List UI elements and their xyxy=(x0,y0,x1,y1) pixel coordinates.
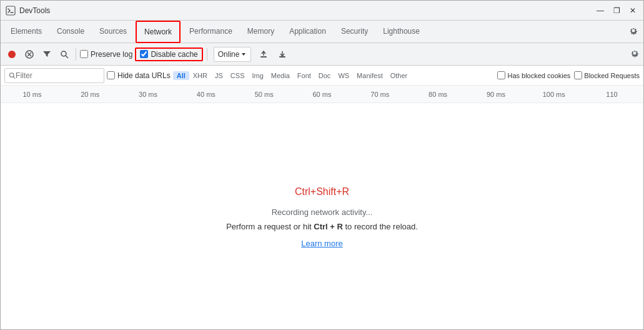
filter-btn-css[interactable]: CSS xyxy=(227,71,249,80)
hide-data-urls-label: Hide data URLs xyxy=(117,71,171,80)
maximize-button[interactable]: ❐ xyxy=(611,5,622,16)
learn-more-link[interactable]: Learn more xyxy=(301,239,342,248)
har-buttons xyxy=(256,47,290,62)
tab-performance-label: Performance xyxy=(189,27,232,36)
title-bar: DevTools — ❐ ✕ xyxy=(1,1,643,21)
preserve-log-checkbox[interactable]: Preserve log xyxy=(80,50,132,59)
svg-rect-9 xyxy=(279,56,285,58)
nav-tabs: Elements Console Sources Network Perform… xyxy=(1,21,643,43)
devtools-icon xyxy=(6,6,16,16)
has-blocked-cookies-checkbox[interactable]: Has blocked cookies xyxy=(497,71,570,79)
tab-sources-label: Sources xyxy=(99,27,127,36)
tab-lighthouse-label: Lighthouse xyxy=(383,27,420,36)
filter-bar: Hide data URLs All XHR JS CSS Img Media … xyxy=(1,66,643,86)
filter-button[interactable] xyxy=(39,47,54,62)
tab-performance[interactable]: Performance xyxy=(182,21,240,43)
tab-memory[interactable]: Memory xyxy=(240,21,282,43)
import-har-button[interactable] xyxy=(256,47,271,62)
tab-network[interactable]: Network xyxy=(136,21,181,43)
filter-btn-media[interactable]: Media xyxy=(267,71,294,80)
tab-lighthouse[interactable]: Lighthouse xyxy=(375,21,427,43)
filter-btn-other[interactable]: Other xyxy=(387,71,412,80)
tab-sources[interactable]: Sources xyxy=(92,21,134,43)
disable-cache-checkbox[interactable]: Disable cache xyxy=(135,48,202,61)
filter-btn-img[interactable]: Img xyxy=(248,71,267,80)
filter-btn-manifest[interactable]: Manifest xyxy=(353,71,387,80)
disable-cache-input[interactable] xyxy=(140,50,148,58)
throttle-select[interactable]: Online xyxy=(214,47,252,62)
filter-search-icon xyxy=(9,72,16,79)
tab-application-label: Application xyxy=(289,27,326,36)
ruler-tick-90ms: 90 ms xyxy=(467,91,525,98)
hide-data-urls-input[interactable] xyxy=(107,71,115,79)
has-blocked-cookies-input[interactable] xyxy=(497,71,505,79)
record-button[interactable] xyxy=(4,47,19,62)
filter-type-buttons: All XHR JS CSS Img Media Font Doc WS Man… xyxy=(173,71,411,80)
stop-button[interactable] xyxy=(22,47,37,62)
ruler-tick-70ms: 70 ms xyxy=(351,91,409,98)
chevron-down-icon xyxy=(240,51,247,58)
ruler-tick-110: 110 xyxy=(583,91,641,98)
ruler-tick-40ms: 40 ms xyxy=(177,91,235,98)
tab-application[interactable]: Application xyxy=(282,21,334,43)
download-icon xyxy=(278,50,287,59)
svg-point-2 xyxy=(8,51,16,58)
preserve-log-input[interactable] xyxy=(80,50,88,58)
blocked-requests-checkbox[interactable]: Blocked Requests xyxy=(574,71,640,79)
throttle-label: Online xyxy=(218,50,240,59)
svg-line-7 xyxy=(66,56,68,58)
upload-icon xyxy=(259,50,268,59)
ruler-tick-30ms: 30 ms xyxy=(119,91,177,98)
main-content: Ctrl+Shift+R Recording network activity.… xyxy=(1,103,643,330)
filter-btn-js[interactable]: JS xyxy=(211,71,227,80)
svg-point-6 xyxy=(61,51,66,56)
perform-text-prefix: Perform a request or hit xyxy=(226,222,314,231)
tab-elements-label: Elements xyxy=(11,27,42,36)
filter-input[interactable] xyxy=(16,71,100,80)
filter-btn-all[interactable]: All xyxy=(173,71,189,80)
perform-text-shortcut: Ctrl + R xyxy=(314,222,343,231)
preserve-log-label: Preserve log xyxy=(91,50,132,59)
tab-elements[interactable]: Elements xyxy=(3,21,49,43)
filter-btn-doc[interactable]: Doc xyxy=(315,71,335,80)
window-controls: — ❐ ✕ xyxy=(595,5,638,16)
tab-console[interactable]: Console xyxy=(49,21,92,43)
ruler-tick-10ms: 10 ms xyxy=(3,91,61,98)
blocked-requests-label: Blocked Requests xyxy=(584,72,640,79)
ruler-tick-20ms: 20 ms xyxy=(61,91,119,98)
tab-console-label: Console xyxy=(57,27,84,36)
ruler-tick-80ms: 80 ms xyxy=(409,91,467,98)
svg-line-11 xyxy=(13,76,15,78)
tab-security-label: Security xyxy=(341,27,368,36)
search-button[interactable] xyxy=(57,47,72,62)
perform-text-suffix: to record the reload. xyxy=(343,222,418,231)
perform-text: Perform a request or hit Ctrl + R to rec… xyxy=(226,222,418,231)
filter-btn-font[interactable]: Font xyxy=(294,71,315,80)
minimize-button[interactable]: — xyxy=(595,5,606,16)
network-settings-button[interactable] xyxy=(630,48,640,60)
tab-network-label: Network xyxy=(144,28,172,36)
close-button[interactable]: ✕ xyxy=(627,5,638,16)
ruler-tick-50ms: 50 ms xyxy=(235,91,293,98)
filter-extras: Has blocked cookies Blocked Requests xyxy=(497,71,640,79)
shortcut-hint: Ctrl+Shift+R xyxy=(295,186,349,198)
ruler-tick-60ms: 60 ms xyxy=(293,91,351,98)
export-har-button[interactable] xyxy=(275,47,290,62)
recording-text: Recording network activity... xyxy=(272,208,373,217)
tab-memory-label: Memory xyxy=(247,27,274,36)
toolbar-divider-1 xyxy=(76,48,76,61)
svg-point-10 xyxy=(9,72,13,76)
blocked-requests-input[interactable] xyxy=(574,71,582,79)
disable-cache-label: Disable cache xyxy=(151,50,197,59)
has-blocked-cookies-label: Has blocked cookies xyxy=(507,72,570,79)
network-toolbar: Preserve log Disable cache Online xyxy=(1,43,643,66)
filter-input-wrap xyxy=(4,68,104,83)
svg-rect-8 xyxy=(260,56,267,58)
devtools-settings-button[interactable] xyxy=(626,23,641,40)
filter-btn-ws[interactable]: WS xyxy=(334,71,353,80)
hide-data-urls-checkbox[interactable]: Hide data URLs xyxy=(107,71,171,80)
timeline-ruler: 10 ms 20 ms 30 ms 40 ms 50 ms 60 ms 70 m… xyxy=(1,86,643,103)
ruler-tick-100ms: 100 ms xyxy=(525,91,583,98)
tab-security[interactable]: Security xyxy=(334,21,375,43)
filter-btn-xhr[interactable]: XHR xyxy=(189,71,211,80)
